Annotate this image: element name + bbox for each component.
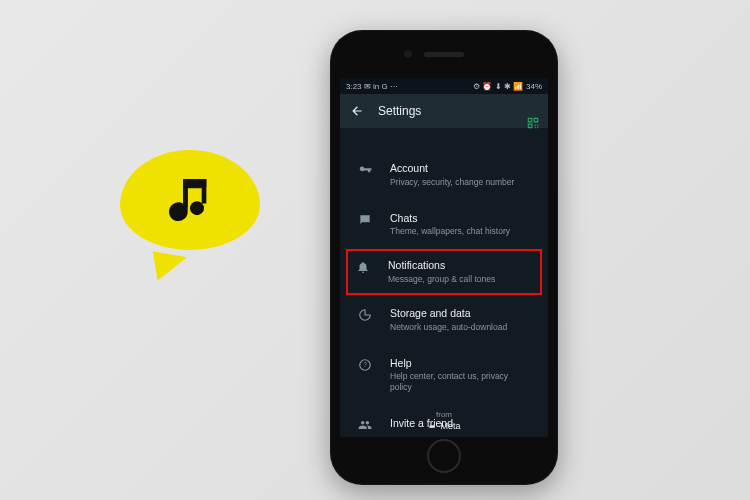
bell-icon <box>354 259 372 274</box>
status-right-icons: ⚙ ⏰ ⬇ ✱ 📶 <box>473 82 523 91</box>
settings-item-help[interactable]: ? Help Help center, contact us, privacy … <box>340 345 548 406</box>
item-sub: Network usage, auto-download <box>390 322 532 333</box>
phone-frame: 3:23 ✉ in G ⋯ ⚙ ⏰ ⬇ ✱ 📶 34% Settings <box>330 30 558 485</box>
app-header: Settings <box>340 94 548 128</box>
footer-from: from <box>340 410 548 419</box>
item-sub: Help center, contact us, privacy policy <box>390 371 532 393</box>
settings-list: Account Privacy, security, change number… <box>340 128 548 437</box>
settings-item-notifications[interactable]: Notifications Message, group & call tone… <box>346 249 542 295</box>
item-sub: Message, group & call tones <box>388 274 534 285</box>
speech-bubble-shape <box>120 150 260 250</box>
phone-camera <box>404 50 412 58</box>
meta-icon <box>427 421 437 431</box>
page-title: Settings <box>378 104 421 118</box>
storage-icon <box>356 307 374 322</box>
speech-bubble-tail <box>148 251 187 285</box>
settings-item-chats[interactable]: Chats Theme, wallpapers, chat history <box>340 200 548 250</box>
item-title: Notifications <box>388 259 534 273</box>
screen: 3:23 ✉ in G ⋯ ⚙ ⏰ ⬇ ✱ 📶 34% Settings <box>340 78 548 437</box>
footer-brand: Meta <box>340 421 548 431</box>
item-sub: Privacy, security, change number <box>390 177 532 188</box>
item-sub: Theme, wallpapers, chat history <box>390 226 532 237</box>
item-title: Account <box>390 162 532 176</box>
phone-speaker <box>424 52 464 57</box>
home-button[interactable] <box>427 439 461 473</box>
svg-rect-4 <box>183 179 206 187</box>
status-time: 3:23 <box>346 82 362 91</box>
music-note-icon <box>162 172 218 228</box>
settings-item-storage[interactable]: Storage and data Network usage, auto-dow… <box>340 295 548 345</box>
status-bar: 3:23 ✉ in G ⋯ ⚙ ⏰ ⬇ ✱ 📶 34% <box>340 78 548 94</box>
status-left-icons: ✉ in G ⋯ <box>364 82 398 91</box>
status-right: ⚙ ⏰ ⬇ ✱ 📶 34% <box>473 82 542 91</box>
svg-text:?: ? <box>363 361 367 368</box>
status-left: 3:23 ✉ in G ⋯ <box>346 82 398 91</box>
qr-icon[interactable] <box>526 116 540 130</box>
item-title: Help <box>390 357 532 371</box>
footer: from Meta <box>340 410 548 431</box>
help-icon: ? <box>356 357 374 372</box>
music-speech-bubble <box>120 150 260 270</box>
back-icon[interactable] <box>350 104 364 118</box>
status-battery: 34% <box>526 82 542 91</box>
item-title: Storage and data <box>390 307 532 321</box>
settings-item-account[interactable]: Account Privacy, security, change number <box>340 150 548 200</box>
chat-icon <box>356 212 374 227</box>
item-title: Chats <box>390 212 532 226</box>
key-icon <box>356 162 374 177</box>
